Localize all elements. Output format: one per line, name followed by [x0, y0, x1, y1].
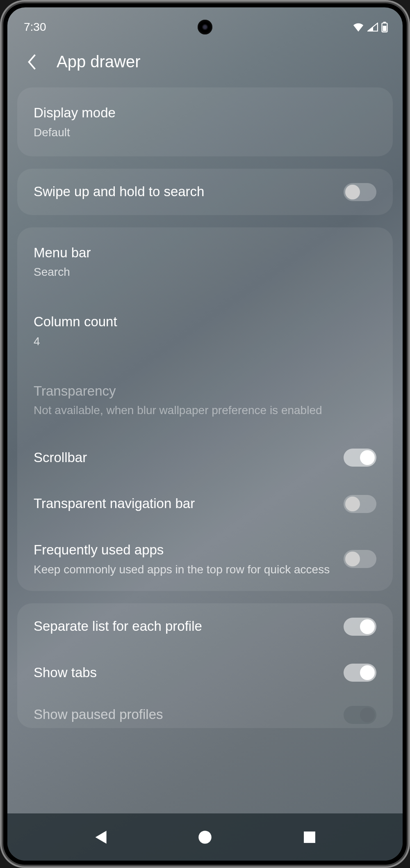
nav-home-button[interactable]	[197, 829, 213, 845]
setting-frequently-used[interactable]: Frequently used apps Keep commonly used …	[17, 527, 393, 591]
setting-title: Frequently used apps	[34, 541, 335, 559]
setting-value: Default	[34, 125, 376, 140]
setting-separate-list[interactable]: Separate list for each profile	[17, 603, 393, 650]
svg-point-3	[198, 831, 212, 844]
setting-show-paused[interactable]: Show paused profiles	[17, 696, 393, 728]
toggle-show-paused[interactable]	[344, 706, 376, 724]
signal-icon	[367, 23, 378, 32]
setting-title: Display mode	[34, 104, 376, 122]
setting-column-count[interactable]: Column count 4	[17, 296, 393, 365]
battery-icon	[381, 22, 388, 32]
setting-text: Separate list for each profile	[34, 617, 335, 636]
chevron-left-icon	[27, 54, 37, 70]
setting-title: Separate list for each profile	[34, 617, 335, 636]
camera-notch	[198, 20, 212, 34]
settings-card: Menu bar Search Column count 4 Transpare…	[17, 227, 393, 591]
toggle-swipe-search[interactable]	[344, 183, 376, 201]
setting-title: Menu bar	[34, 244, 376, 262]
settings-card: Swipe up and hold to search	[17, 169, 393, 215]
setting-text: Swipe up and hold to search	[34, 183, 335, 201]
toggle-transparent-nav[interactable]	[344, 495, 376, 513]
setting-title: Show paused profiles	[34, 705, 335, 724]
settings-content[interactable]: Display mode Default Swipe up and hold t…	[7, 87, 403, 846]
toggle-knob	[360, 665, 375, 680]
toggle-knob	[345, 185, 360, 199]
svg-rect-2	[383, 26, 387, 31]
setting-title: Show tabs	[34, 664, 335, 682]
page-title: App drawer	[57, 53, 141, 71]
nav-back-button[interactable]	[92, 829, 109, 845]
setting-display-mode[interactable]: Display mode Default	[17, 87, 393, 156]
svg-rect-4	[304, 831, 315, 843]
toggle-knob	[345, 497, 360, 511]
toggle-knob	[345, 552, 360, 566]
phone-frame: 7:30 App drawer Display mode Default	[0, 0, 410, 868]
setting-transparent-nav[interactable]: Transparent navigation bar	[17, 481, 393, 527]
toggle-knob	[360, 450, 375, 465]
setting-title: Transparency	[34, 382, 376, 401]
triangle-back-icon	[93, 830, 107, 845]
status-time: 7:30	[24, 21, 46, 34]
toggle-frequently-used[interactable]	[344, 550, 376, 568]
setting-title: Column count	[34, 313, 376, 331]
setting-transparency: Transparency Not available, when blur wa…	[17, 366, 393, 435]
setting-text: Column count 4	[34, 313, 376, 349]
screen: 7:30 App drawer Display mode Default	[7, 7, 403, 861]
setting-title: Transparent navigation bar	[34, 495, 335, 513]
svg-rect-1	[383, 22, 386, 23]
nav-recent-button[interactable]	[301, 829, 318, 845]
setting-text: Show paused profiles	[34, 705, 335, 724]
page-header: App drawer	[7, 36, 403, 87]
toggle-show-tabs[interactable]	[344, 664, 376, 682]
status-icons	[353, 22, 388, 32]
setting-text: Display mode Default	[34, 104, 376, 140]
back-button[interactable]	[24, 54, 40, 70]
circle-home-icon	[198, 830, 212, 845]
setting-swipe-search[interactable]: Swipe up and hold to search	[17, 169, 393, 215]
setting-sub: Not available, when blur wallpaper prefe…	[34, 403, 376, 418]
android-nav-bar	[7, 813, 403, 861]
toggle-separate-list[interactable]	[344, 618, 376, 636]
toggle-knob	[360, 708, 375, 722]
setting-text: Transparent navigation bar	[34, 495, 335, 513]
setting-menu-bar[interactable]: Menu bar Search	[17, 227, 393, 296]
setting-scrollbar[interactable]: Scrollbar	[17, 435, 393, 481]
wifi-icon	[353, 23, 364, 32]
setting-text: Show tabs	[34, 664, 335, 682]
setting-show-tabs[interactable]: Show tabs	[17, 650, 393, 696]
setting-text: Frequently used apps Keep commonly used …	[34, 541, 335, 577]
setting-text: Transparency Not available, when blur wa…	[34, 382, 376, 418]
setting-title: Scrollbar	[34, 449, 335, 467]
setting-value: Search	[34, 264, 376, 280]
settings-card: Display mode Default	[17, 87, 393, 156]
setting-title: Swipe up and hold to search	[34, 183, 335, 201]
setting-value: 4	[34, 334, 376, 349]
square-recent-icon	[303, 831, 316, 843]
setting-text: Menu bar Search	[34, 244, 376, 280]
settings-card: Separate list for each profile Show tabs…	[17, 603, 393, 728]
toggle-scrollbar[interactable]	[344, 449, 376, 467]
setting-text: Scrollbar	[34, 449, 335, 467]
setting-sub: Keep commonly used apps in the top row f…	[34, 562, 335, 577]
toggle-knob	[360, 619, 375, 634]
